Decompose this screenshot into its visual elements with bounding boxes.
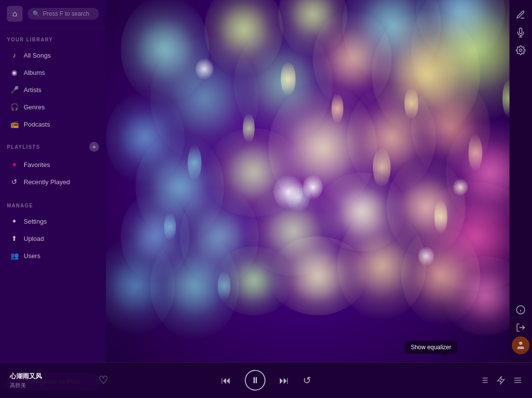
upload-icon: ⬆ [10,234,19,242]
search-input[interactable]: 🔍 Press F to search [28,8,99,20]
track-info: 心湖雨又风 高胜美 [10,372,89,389]
user-avatar-icon[interactable] [512,336,530,354]
sidebar-content: YOUR LIBRARY ♪ All Songs ◉ Albums 🎤 Arti… [0,28,106,367]
music-icon: ♪ [10,51,19,59]
next-button[interactable]: ⏭ [279,375,289,386]
history-icon: ↺ [10,178,19,186]
gear-icon[interactable] [512,41,530,59]
visualizer-canvas [106,0,510,362]
users-icon: 👥 [10,252,19,260]
sidebar-item-label: Favorites [24,161,50,168]
sidebar: ⌂ 🔍 Press F to search YOUR LIBRARY ♪ All… [0,0,106,398]
sidebar-item-all-songs[interactable]: ♪ All Songs [3,47,103,64]
edit-icon[interactable] [512,6,530,24]
sidebar-item-label: Settings [24,218,47,225]
manage-section: MANAGE ✦ Settings ⬆ Upload 👥 Users [0,194,106,264]
podcasts-icon: 📻 [10,120,19,128]
heart-icon: ♥ [10,161,19,168]
sidebar-item-users[interactable]: 👥 Users [3,247,103,264]
sidebar-item-upload[interactable]: ⬆ Upload [3,230,103,247]
repeat-button[interactable]: ↺ [303,374,311,386]
player-right-controls [424,376,522,385]
sidebar-header: ⌂ 🔍 Press F to search [0,0,106,28]
search-placeholder: Press F to search [43,10,89,17]
equalizer-tooltip: Show equalizer [405,341,457,354]
sidebar-item-label: Users [24,252,40,260]
playlists-section-header: PLAYLISTS + [0,133,106,156]
home-button[interactable]: ⌂ [7,6,23,22]
sidebar-item-label: Albums [24,69,45,76]
library-items: ♪ All Songs ◉ Albums 🎤 Artists 🎧 Genres … [0,47,106,133]
artists-icon: 🎤 [10,86,19,94]
svg-point-5 [519,342,523,345]
info-icon[interactable] [512,301,530,319]
search-icon: 🔍 [33,10,40,17]
eq-tooltip-text: Show equalizer [411,344,451,351]
sidebar-item-label: Genres [24,103,45,111]
library-section-title: YOUR LIBRARY [0,28,106,46]
playlists-section-title: PLAYLISTS [7,144,40,150]
manage-section-title: MANAGE [0,194,106,212]
sidebar-item-podcasts[interactable]: 📻 Podcasts [3,116,103,133]
player-controls: ⏮ ⏸ ⏭ ↺ [108,370,424,391]
sidebar-item-albums[interactable]: ◉ Albums [3,64,103,81]
sidebar-item-label: Upload [24,235,44,242]
logout-icon[interactable] [512,319,530,336]
sidebar-item-settings[interactable]: ✦ Settings [3,213,103,230]
play-pause-button[interactable]: ⏸ [245,370,266,391]
track-title: 心湖雨又风 [10,372,89,381]
pause-icon: ⏸ [251,375,260,386]
add-playlist-button[interactable]: + [89,142,99,152]
sidebar-item-label: Recently Played [24,178,70,186]
more-options-button[interactable] [513,376,522,385]
home-icon: ⌂ [12,9,17,18]
svg-point-0 [520,49,522,52]
sidebar-item-recently-played[interactable]: ↺ Recently Played [3,173,103,190]
genres-icon: 🎧 [10,103,19,111]
settings-icon: ✦ [10,217,19,225]
right-icons-panel [509,0,532,362]
sidebar-item-artists[interactable]: 🎤 Artists [3,81,103,98]
main-visualizer [106,0,510,362]
sidebar-item-label: Artists [24,86,41,94]
track-artist: 高胜美 [10,382,89,389]
sidebar-item-genres[interactable]: 🎧 Genres [3,99,103,115]
favorite-button[interactable]: ♡ [99,374,108,387]
mic-icon[interactable] [512,24,530,41]
sidebar-item-label: All Songs [24,52,51,59]
player-bar: 心湖雨又风 高胜美 ♡ ⏮ ⏸ ⏭ ↺ [0,362,532,398]
svg-marker-12 [498,377,504,384]
sidebar-item-label: Podcasts [24,121,50,128]
albums-icon: ◉ [10,68,19,76]
queue-button[interactable] [480,376,489,385]
sidebar-item-favorites[interactable]: ♥ Favorites [3,156,103,173]
boost-button[interactable] [497,376,505,385]
previous-button[interactable]: ⏮ [221,375,231,386]
